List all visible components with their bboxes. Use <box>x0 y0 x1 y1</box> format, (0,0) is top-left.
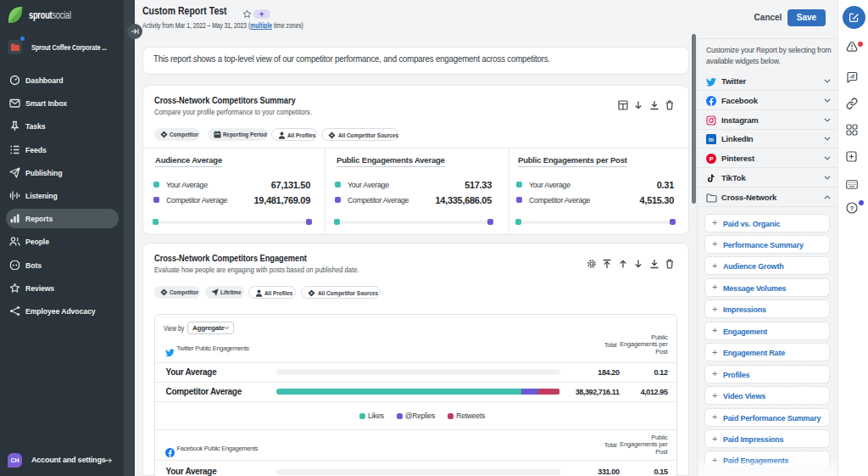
svg-text:P: P <box>709 155 714 163</box>
svg-text:?: ? <box>850 204 854 212</box>
svg-text:in: in <box>709 137 714 143</box>
